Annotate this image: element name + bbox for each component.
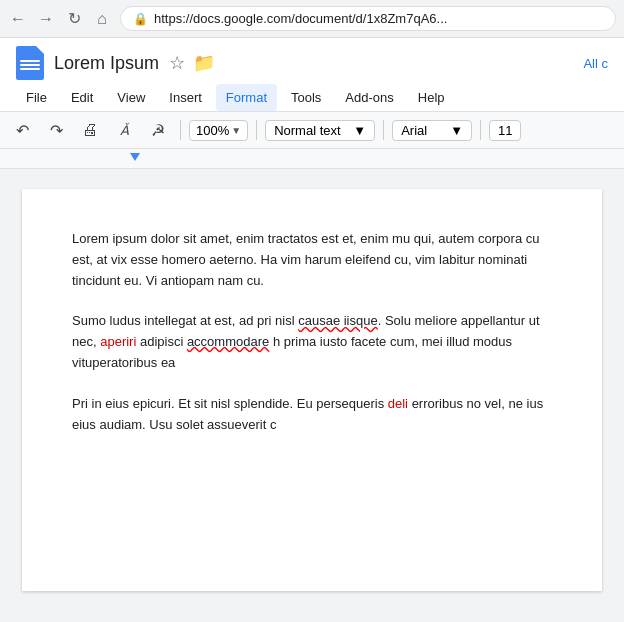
paragraph-1: Lorem ipsum dolor sit amet, enim tractat…	[72, 229, 552, 291]
menu-format[interactable]: Format	[216, 84, 277, 111]
ruler-tab-triangle	[130, 153, 140, 161]
ruler-tab[interactable]	[130, 153, 140, 163]
menu-help[interactable]: Help	[408, 84, 455, 111]
doc-page: Lorem ipsum dolor sit amet, enim tractat…	[22, 189, 602, 591]
ruler	[0, 149, 624, 169]
paragraph-2: Sumo ludus intellegat at est, ad pri nis…	[72, 311, 552, 373]
browser-toolbar: ← → ↻ ⌂ 🔒 https://docs.google.com/docume…	[0, 0, 624, 37]
url-text: https://docs.google.com/document/d/1x8Zm…	[154, 11, 603, 26]
zoom-arrow: ▼	[231, 125, 241, 136]
menu-tools[interactable]: Tools	[281, 84, 331, 111]
font-value: Arial	[401, 123, 427, 138]
spell-deli: deli	[388, 396, 408, 411]
print-button[interactable]: 🖨	[76, 116, 104, 144]
toolbar-separator-4	[480, 120, 481, 140]
doc-area: Lorem ipsum dolor sit amet, enim tractat…	[0, 169, 624, 611]
style-value: Normal text	[274, 123, 340, 138]
toolbar: ↶ ↷ 🖨 Ǎ ☭ 100% ▼ Normal text ▼ Arial ▼ …	[0, 112, 624, 149]
lock-icon: 🔒	[133, 12, 148, 26]
doc-icon-line	[20, 64, 40, 66]
star-icon[interactable]: ☆	[169, 52, 185, 74]
style-arrow: ▼	[353, 123, 366, 138]
toolbar-separator-1	[180, 120, 181, 140]
all-changes-label[interactable]: All c	[583, 56, 608, 71]
menu-edit[interactable]: Edit	[61, 84, 103, 111]
reload-button[interactable]: ↻	[64, 9, 84, 29]
folder-icon[interactable]: 📁	[193, 52, 215, 74]
zoom-value: 100%	[196, 123, 229, 138]
home-button[interactable]: ⌂	[92, 9, 112, 29]
menu-addons[interactable]: Add-ons	[335, 84, 403, 111]
toolbar-separator-2	[256, 120, 257, 140]
spell-aperiri: aperiri	[100, 334, 136, 349]
font-size-box[interactable]: 11	[489, 120, 521, 141]
menu-insert[interactable]: Insert	[159, 84, 212, 111]
doc-title-row: Lorem Ipsum ☆ 📁 All c	[16, 46, 608, 80]
doc-actions: ☆ 📁	[169, 52, 215, 74]
paragraph-3: Pri in eius epicuri. Et sit nisl splendi…	[72, 394, 552, 436]
paint-format-button[interactable]: ☭	[144, 116, 172, 144]
style-select[interactable]: Normal text ▼	[265, 120, 375, 141]
redo-button[interactable]: ↷	[42, 116, 70, 144]
forward-button[interactable]: →	[36, 9, 56, 29]
doc-title: Lorem Ipsum	[54, 53, 159, 74]
font-size-value: 11	[498, 123, 512, 138]
spellcheck-button[interactable]: Ǎ	[110, 116, 138, 144]
spell-accommodare: accommodare	[187, 334, 269, 349]
menu-bar: File Edit View Insert Format Tools Add-o…	[16, 84, 608, 111]
doc-icon	[16, 46, 44, 80]
doc-icon-lines	[16, 52, 44, 74]
zoom-select[interactable]: 100% ▼	[189, 120, 248, 141]
doc-icon-line	[20, 60, 40, 62]
doc-icon-line	[20, 68, 40, 70]
undo-button[interactable]: ↶	[8, 116, 36, 144]
spell-causae: causae iisque	[298, 313, 378, 328]
ruler-inner	[0, 149, 624, 168]
address-bar[interactable]: 🔒 https://docs.google.com/document/d/1x8…	[120, 6, 616, 31]
browser-chrome: ← → ↻ ⌂ 🔒 https://docs.google.com/docume…	[0, 0, 624, 38]
toolbar-separator-3	[383, 120, 384, 140]
font-arrow: ▼	[450, 123, 463, 138]
menu-file[interactable]: File	[16, 84, 57, 111]
menu-view[interactable]: View	[107, 84, 155, 111]
docs-header: Lorem Ipsum ☆ 📁 All c File Edit View Ins…	[0, 38, 624, 112]
back-button[interactable]: ←	[8, 9, 28, 29]
font-select[interactable]: Arial ▼	[392, 120, 472, 141]
